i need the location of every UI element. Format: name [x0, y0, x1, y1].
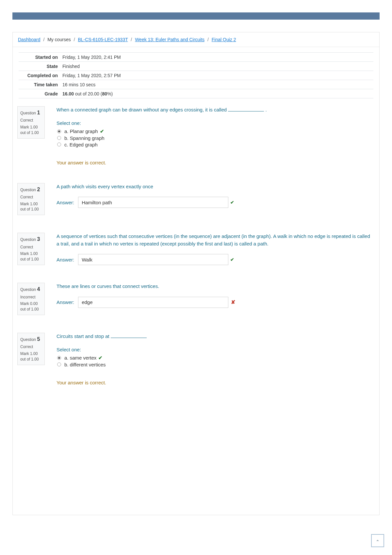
option-c[interactable]: c. Edged graph: [57, 142, 373, 147]
breadcrumb-sep: /: [41, 37, 46, 42]
question-label: Question: [20, 237, 36, 242]
question-label: Question: [20, 188, 36, 192]
check-icon: ✔: [98, 355, 103, 361]
question-state: Correct: [20, 118, 42, 123]
question-stem: Circuits start and stop at: [57, 333, 373, 340]
radio-icon: [57, 143, 61, 146]
answer-input[interactable]: [78, 254, 228, 265]
summary-time-label: Time taken: [19, 80, 61, 89]
feedback-text: Your answer is correct.: [57, 380, 373, 385]
question-mark: Mark 1.00 out of 1.00: [20, 201, 42, 212]
answer-label: Answer:: [57, 200, 74, 205]
radio-icon: [57, 129, 61, 133]
table-row: Time taken 16 mins 10 secs: [19, 80, 373, 89]
radio-icon: [57, 136, 61, 140]
answer-input[interactable]: [78, 197, 228, 208]
breadcrumb-sep: /: [72, 37, 77, 42]
cross-icon: ✘: [231, 299, 235, 305]
summary-started-label: Started on: [19, 53, 61, 62]
question-mark: Mark 0.00 out of 1.00: [20, 301, 42, 312]
question-number: 4: [37, 286, 40, 292]
answer-input[interactable]: [78, 297, 228, 308]
breadcrumb-quiz[interactable]: Final Quiz 2: [212, 37, 236, 42]
table-row: Completed on Friday, 1 May 2020, 2:57 PM: [19, 71, 373, 80]
question-info-box: Question 2 Correct Mark 1.00 out of 1.00: [17, 183, 45, 215]
question-info-box: Question 4 Incorrect Mark 0.00 out of 1.…: [17, 283, 45, 315]
breadcrumb-dashboard[interactable]: Dashboard: [18, 37, 41, 42]
question-stem: When a connected graph can be drawn with…: [57, 106, 373, 114]
summary-grade-value: 16.00 out of 20.00 (80%): [61, 89, 373, 98]
question-stem: A sequence of vertices such that consecu…: [57, 233, 373, 247]
option-text: b. different vertices: [64, 362, 106, 367]
question-1: Question 1 Correct Mark 1.00 out of 1.00…: [19, 106, 373, 165]
select-one-label: Select one:: [57, 347, 373, 352]
check-icon: ✔: [230, 257, 234, 262]
breadcrumb-sep: /: [129, 37, 134, 42]
question-number: 2: [37, 187, 40, 192]
feedback-text: Your answer is correct.: [57, 160, 373, 165]
option-text: b. Spanning graph: [64, 135, 105, 141]
table-row: Started on Friday, 1 May 2020, 2:41 PM: [19, 53, 373, 62]
breadcrumb-mycourses: My courses: [47, 37, 71, 42]
question-info-box: Question 1 Correct Mark 1.00 out of 1.00: [17, 106, 45, 139]
question-2: Question 2 Correct Mark 1.00 out of 1.00…: [19, 183, 373, 215]
question-4: Question 4 Incorrect Mark 0.00 out of 1.…: [19, 283, 373, 315]
breadcrumb-course[interactable]: BL-CS-6105-LEC-1933T: [78, 37, 128, 42]
main-panel: Dashboard / My courses / BL-CS-6105-LEC-…: [12, 32, 380, 515]
summary-time-value: 16 mins 10 secs: [61, 80, 373, 89]
question-state: Correct: [20, 244, 42, 250]
option-text: a. Planar graph: [64, 128, 98, 134]
option-b[interactable]: b. different vertices: [57, 362, 373, 367]
question-number: 3: [37, 236, 40, 242]
option-a[interactable]: a. Planar graph ✔: [57, 128, 373, 134]
grade-percent: 80: [102, 91, 107, 96]
stem-pre: When a connected graph can be drawn with…: [57, 107, 228, 112]
question-3: Question 3 Correct Mark 1.00 out of 1.00…: [19, 233, 373, 265]
check-icon: ✔: [100, 128, 104, 134]
question-stem: These are lines or curves that connect v…: [57, 283, 373, 290]
summary-state-value: Finished: [61, 62, 373, 71]
summary-completed-value: Friday, 1 May 2020, 2:57 PM: [61, 71, 373, 80]
grade-score: 16.00: [62, 91, 74, 96]
blank-line: [228, 107, 264, 112]
answer-label: Answer:: [57, 257, 74, 262]
question-stem: A path which visits every vertex exactly…: [57, 183, 373, 191]
question-state: Incorrect: [20, 294, 42, 300]
question-mark: Mark 1.00 out of 1.00: [20, 251, 42, 262]
summary-completed-label: Completed on: [19, 71, 61, 80]
question-label: Question: [20, 337, 36, 342]
summary-started-value: Friday, 1 May 2020, 2:41 PM: [61, 53, 373, 62]
blank-line: [111, 334, 147, 338]
grade-mid: out of 20.00 (: [74, 91, 102, 96]
select-one-label: Select one:: [57, 120, 373, 126]
attempt-summary-table: Started on Friday, 1 May 2020, 2:41 PM S…: [19, 52, 373, 98]
question-mark: Mark 1.00 out of 1.00: [20, 125, 42, 136]
question-number: 1: [37, 110, 40, 115]
stem-post: .: [264, 107, 267, 112]
question-state: Correct: [20, 344, 42, 350]
option-text: a. same vertex: [64, 355, 96, 361]
top-banner: [12, 12, 380, 20]
question-number: 5: [37, 336, 40, 342]
table-row: Grade 16.00 out of 20.00 (80%): [19, 89, 373, 98]
summary-grade-label: Grade: [19, 89, 61, 98]
summary-state-label: State: [19, 62, 61, 71]
question-label: Question: [20, 287, 36, 292]
table-row: State Finished: [19, 62, 373, 71]
question-mark: Mark 1.00 out of 1.00: [20, 351, 42, 362]
option-a[interactable]: a. same vertex ✔: [57, 355, 373, 361]
question-info-box: Question 5 Correct Mark 1.00 out of 1.00: [17, 333, 45, 365]
options-list: a. Planar graph ✔ b. Spanning graph c. E…: [57, 128, 373, 147]
option-text: c. Edged graph: [64, 142, 98, 147]
answer-label: Answer:: [57, 299, 74, 305]
question-label: Question: [20, 111, 36, 115]
option-b[interactable]: b. Spanning graph: [57, 135, 373, 141]
grade-after: %): [107, 91, 113, 96]
question-5: Question 5 Correct Mark 1.00 out of 1.00…: [19, 333, 373, 385]
options-list: a. same vertex ✔ b. different vertices: [57, 355, 373, 367]
question-state: Correct: [20, 194, 42, 200]
breadcrumb-week[interactable]: Week 13: Euler Paths and Circuits: [135, 37, 204, 42]
stem-pre: Circuits start and stop at: [57, 333, 111, 339]
check-icon: ✔: [230, 200, 234, 205]
radio-icon: [57, 362, 61, 366]
